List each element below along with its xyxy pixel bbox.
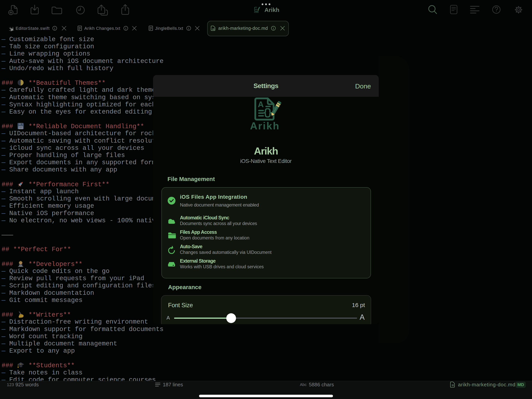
svg-text:arikh-marketing-doc.md: arikh-marketing-doc.md bbox=[218, 26, 268, 31]
svg-text:A: A bbox=[255, 8, 257, 11]
svg-text:Arikh: Arikh bbox=[254, 11, 259, 13]
svg-text:EditorState.swift: EditorState.swift bbox=[16, 26, 50, 31]
svg-text:Arikh Changes.txt: Arikh Changes.txt bbox=[84, 26, 120, 31]
svg-text:JingleBells.txt: JingleBells.txt bbox=[155, 26, 183, 31]
svg-text:Arikh: Arikh bbox=[250, 120, 280, 130]
svg-text:A: A bbox=[258, 100, 264, 109]
